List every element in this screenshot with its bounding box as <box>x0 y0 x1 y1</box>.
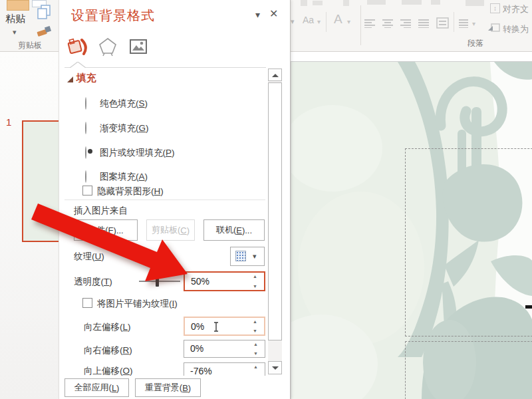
scrollbar-up-button[interactable] <box>268 68 282 81</box>
offset-top-value: -76% <box>190 366 212 376</box>
powerpoint-window: 粘贴 ▾ 剪贴板 ▾ Aa ▾ A ▾ <box>0 0 532 399</box>
close-icon[interactable]: ✕ <box>269 7 278 20</box>
selection-handle[interactable] <box>525 305 532 309</box>
scrollbar-down-button[interactable] <box>268 361 282 374</box>
align-text-button[interactable]: 对齐文 <box>503 3 529 15</box>
content-placeholder[interactable] <box>405 148 532 336</box>
paste-button[interactable]: 粘贴 <box>5 13 25 25</box>
offset-left-field[interactable]: 0% <box>184 317 265 336</box>
radio-icon <box>85 97 86 110</box>
line-spacing-icon[interactable] <box>459 19 469 28</box>
align-left-icon[interactable] <box>364 19 376 28</box>
spinner-arrows-icon[interactable] <box>253 273 261 290</box>
cut-icon-fragment <box>402 0 422 5</box>
fill-option-gradient[interactable]: 渐变填充(G) <box>85 122 86 134</box>
paste-icon[interactable] <box>7 0 29 11</box>
format-painter-icon[interactable] <box>36 24 52 39</box>
offset-right-label: 向右偏移(R) <box>84 344 132 356</box>
active-tab-caret <box>70 62 86 68</box>
reset-background-button[interactable]: 重置背景(B) <box>135 378 201 397</box>
scrollbar-thumb[interactable] <box>268 82 282 340</box>
apply-to-all-button[interactable]: 全部应用(L) <box>65 378 129 397</box>
cut-icon-fragment <box>367 0 386 5</box>
convert-smartart-button[interactable]: 转换为 <box>503 23 529 35</box>
cut-icon-fragment <box>343 0 349 6</box>
spinner-arrows-icon[interactable] <box>253 318 261 334</box>
fill-option-pattern[interactable]: 图案填充(A) <box>85 171 86 183</box>
fill-option-picture-texture[interactable]: 图片或纹理填充(P) <box>85 147 86 159</box>
clipped-row: 向上偏移(O) -76% <box>59 362 291 376</box>
radio-icon <box>85 170 86 183</box>
text-cursor-ibeam <box>213 321 219 332</box>
cut-icon-fragment <box>301 0 307 6</box>
copy-icon[interactable] <box>36 5 52 21</box>
collapse-triangle-icon[interactable] <box>67 76 73 82</box>
panel-menu-icon[interactable]: ▾ <box>255 9 260 20</box>
fill-section-header[interactable]: 填充 <box>76 72 96 84</box>
convert-smartart-icon <box>487 23 500 33</box>
spinner-arrows-icon[interactable] <box>253 363 261 376</box>
slide-canvas[interactable] <box>291 61 532 399</box>
offset-top-field[interactable]: -76% <box>184 362 265 376</box>
align-text-icon: ↕ <box>490 3 500 13</box>
offset-left-label: 向左偏移(L) <box>84 321 131 333</box>
change-case-dropdown-icon[interactable]: ▾ <box>317 18 321 25</box>
offset-top-label: 向上偏移(O) <box>84 365 133 376</box>
align-right-icon[interactable] <box>400 19 412 28</box>
cut-icon-fragment <box>466 0 484 6</box>
panel-title: 设置背景格式 <box>71 7 155 25</box>
cut-icon-fragment <box>431 0 440 5</box>
paragraph-group-label: 段落 <box>467 38 483 49</box>
line-spacing-dropdown-icon[interactable]: ▾ <box>472 20 475 27</box>
picture-icon[interactable] <box>130 39 148 55</box>
spinner-arrows-icon[interactable] <box>253 340 261 357</box>
group-divider <box>360 5 361 45</box>
offset-left-value: 0% <box>191 321 204 332</box>
radio-icon <box>85 122 86 134</box>
clipboard-group-label: 剪贴板 <box>18 40 42 51</box>
insert-online-button[interactable]: 联机(E)... <box>203 219 265 241</box>
chevron-down-icon: ▾ <box>253 252 257 261</box>
checkbox-icon <box>82 298 92 308</box>
divider <box>326 12 327 32</box>
texture-dropdown-button[interactable]: ▾ <box>230 247 265 266</box>
align-center-icon[interactable] <box>382 19 394 28</box>
text-placeholder[interactable] <box>405 341 532 399</box>
fill-option-solid[interactable]: 纯色填充(S) <box>85 98 86 110</box>
slide-number: 1 <box>6 116 11 128</box>
change-case-button[interactable]: Aa <box>303 15 314 25</box>
distribute-text-icon[interactable] <box>436 17 450 29</box>
effects-pentagon-icon[interactable] <box>99 38 118 57</box>
font-color-dropdown-icon[interactable]: ▾ <box>347 18 350 25</box>
divider <box>454 12 454 32</box>
cut-icon-fragment <box>313 1 323 5</box>
tab-divider <box>65 67 266 68</box>
fill-paint-bucket-icon[interactable] <box>67 36 88 56</box>
texture-preview-icon <box>235 251 246 261</box>
offset-right-value: 0% <box>190 343 203 354</box>
font-color-button[interactable]: A <box>334 12 342 27</box>
annotation-arrow <box>17 194 196 291</box>
justify-icon[interactable] <box>418 19 430 28</box>
radio-selected-icon <box>85 146 86 159</box>
paste-dropdown-icon[interactable]: ▾ <box>13 28 17 37</box>
font-dropdown-icon[interactable]: ▾ <box>291 17 295 26</box>
offset-right-field[interactable]: 0% <box>184 340 265 358</box>
